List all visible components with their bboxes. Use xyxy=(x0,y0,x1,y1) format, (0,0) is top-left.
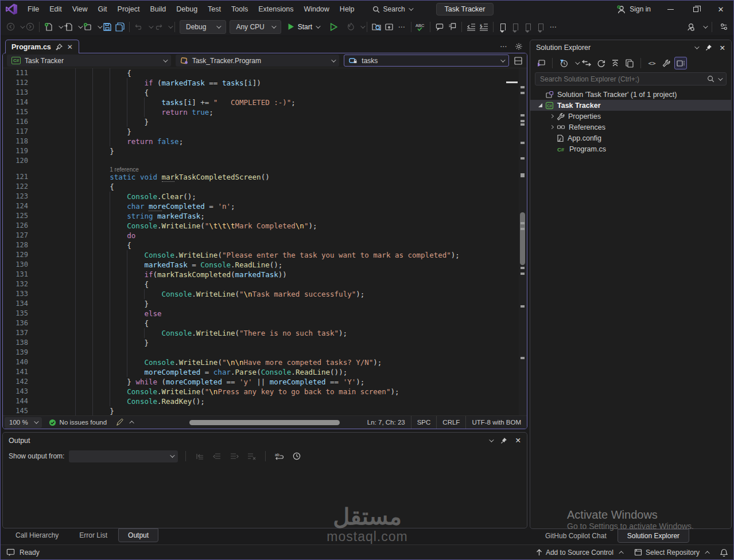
code-line[interactable]: 139 xyxy=(3,348,527,357)
code-line[interactable]: 129 Console.WriteLine("Please enter the … xyxy=(3,250,527,260)
sign-in-button[interactable]: Sign in xyxy=(610,5,658,14)
menu-file[interactable]: File xyxy=(22,1,44,18)
code-line[interactable]: 143 Console.WriteLine("\nPress any key t… xyxy=(3,387,527,396)
spell-check-button[interactable]: ABC xyxy=(414,20,427,34)
code-line[interactable]: 111 { xyxy=(3,68,527,78)
hot-reload-dropdown[interactable] xyxy=(360,24,365,28)
code-line[interactable]: 123 Console.Clear(); xyxy=(3,192,527,201)
tree-item-task-tracker[interactable]: C#Task Tracker xyxy=(530,100,731,111)
code-line[interactable]: 142 } while (moreCompleted == 'y' || mor… xyxy=(3,377,527,387)
increase-indent-button[interactable]: 2 xyxy=(477,20,490,34)
uncomment-button[interactable] xyxy=(446,20,459,34)
save-button[interactable] xyxy=(101,20,114,34)
hot-reload-button[interactable] xyxy=(344,20,357,34)
previous-bookmark-button[interactable] xyxy=(509,20,522,34)
feedback-message-icon[interactable] xyxy=(6,549,15,557)
code-line[interactable]: 141 moreCompleted = char.Parse(Console.R… xyxy=(3,367,527,377)
code-line[interactable]: 126 Console.WriteLine("\t\t\tMark Comple… xyxy=(3,221,527,231)
pin-icon[interactable] xyxy=(705,44,712,51)
horizontal-scrollbar-thumb[interactable] xyxy=(189,420,340,425)
type-dropdown[interactable]: Task_Tracker.Program xyxy=(176,55,340,67)
vertical-scrollbar[interactable] xyxy=(519,68,527,415)
code-line[interactable]: 112 if (markedTask == tasks[i]) xyxy=(3,78,527,88)
menu-extensions[interactable]: Extensions xyxy=(253,1,298,18)
sync-with-active-document-button[interactable] xyxy=(580,57,593,69)
close-button[interactable]: ✕ xyxy=(708,1,733,18)
pending-changes-filter-button[interactable] xyxy=(557,57,570,69)
code-line[interactable]: 125 string markedTask; xyxy=(3,211,527,221)
line-ending-mode[interactable]: CRLF xyxy=(436,416,465,429)
restore-button[interactable] xyxy=(683,1,708,18)
undo-button[interactable] xyxy=(133,20,145,34)
tree-item-program-cs[interactable]: C#Program.cs xyxy=(530,143,731,154)
pin-icon[interactable] xyxy=(500,437,507,444)
expander-collapsed-icon[interactable] xyxy=(549,114,553,118)
tab-solution-explorer[interactable]: Solution Explorer xyxy=(618,529,689,543)
code-line[interactable]: 145 } xyxy=(3,406,527,415)
redo-dropdown[interactable] xyxy=(168,24,173,28)
member-dropdown[interactable]: tasks xyxy=(344,55,509,67)
split-window-icon[interactable] xyxy=(514,56,523,65)
collapse-all-button[interactable] xyxy=(609,57,622,69)
menu-build[interactable]: Build xyxy=(145,1,171,18)
pin-icon[interactable] xyxy=(56,44,63,50)
next-message-button[interactable] xyxy=(228,449,240,463)
code-cleanup-pen-icon[interactable] xyxy=(116,418,124,426)
switch-views-button[interactable] xyxy=(535,57,547,69)
solution-explorer-search[interactable] xyxy=(535,72,727,85)
add-new-item-button[interactable] xyxy=(81,20,94,34)
attach-to-process-button[interactable] xyxy=(383,20,395,34)
code-line[interactable]: 115 return true; xyxy=(3,107,527,117)
new-project-button[interactable] xyxy=(42,20,55,34)
tree-item-solution-task-tracker-1-of-1-project[interactable]: Solution 'Task Tracker' (1 of 1 project) xyxy=(530,89,731,100)
code-editor[interactable]: 111 {112 if (markedTask == tasks[i])113 … xyxy=(3,68,527,415)
menu-edit[interactable]: Edit xyxy=(44,1,67,18)
code-line[interactable]: 140 Console.WriteLine("\n\nHave more com… xyxy=(3,357,527,367)
code-line[interactable]: 136 { xyxy=(3,318,527,328)
code-line[interactable]: 128 { xyxy=(3,240,527,250)
navigate-back-button[interactable] xyxy=(4,20,17,34)
indentation-mode[interactable]: SPC xyxy=(411,416,437,429)
properties-button[interactable] xyxy=(660,57,673,69)
code-line[interactable]: 131 if(markTaskCompleted(markedTask)) xyxy=(3,270,527,279)
clear-bookmarks-button[interactable] xyxy=(534,20,547,34)
code-line[interactable]: 113 { xyxy=(3,88,527,98)
solution-explorer-search-input[interactable] xyxy=(540,75,707,83)
find-in-files-button[interactable] xyxy=(370,20,383,34)
code-line[interactable]: 1 reference xyxy=(3,166,527,172)
menu-help[interactable]: Help xyxy=(335,1,360,18)
project-dropdown[interactable]: C# Task Tracker xyxy=(7,55,171,67)
select-repository-button[interactable]: Select Repository xyxy=(634,549,710,557)
notifications-bell-icon[interactable] xyxy=(720,549,728,557)
bookmark-overflow-button[interactable]: ⋯ xyxy=(547,20,560,34)
tab-error-list[interactable]: Error List xyxy=(69,528,117,542)
next-bookmark-button[interactable] xyxy=(522,20,534,34)
chevron-down-icon[interactable] xyxy=(718,76,723,80)
live-share-button[interactable] xyxy=(685,20,697,34)
decrease-indent-button[interactable] xyxy=(465,20,477,34)
close-tab-icon[interactable]: ✕ xyxy=(67,43,73,51)
solution-configuration-dropdown[interactable]: Debug xyxy=(180,20,226,34)
chevron-down-icon[interactable] xyxy=(489,437,494,442)
goto-first-message-button[interactable] xyxy=(193,449,206,463)
code-line[interactable]: 144 Console.ReadKey(); xyxy=(3,396,527,406)
menu-debug[interactable]: Debug xyxy=(171,1,203,18)
menu-view[interactable]: View xyxy=(67,1,93,18)
code-line[interactable]: 116 } xyxy=(3,117,527,127)
open-file-button[interactable] xyxy=(62,20,75,34)
tree-item-properties[interactable]: Properties xyxy=(530,111,731,122)
menu-git[interactable]: Git xyxy=(93,1,112,18)
zoom-dropdown[interactable]: 100 % xyxy=(5,417,42,428)
code-line[interactable]: 135 else xyxy=(3,309,527,318)
refresh-button[interactable] xyxy=(595,57,607,69)
close-panel-icon[interactable]: ✕ xyxy=(515,436,521,445)
start-without-debugging-button[interactable] xyxy=(327,20,340,34)
code-line[interactable]: 127 do xyxy=(3,231,527,240)
expander-expanded-icon[interactable] xyxy=(538,103,542,107)
code-line[interactable]: 137 Console.WriteLine("There is no such … xyxy=(3,328,527,338)
code-line[interactable]: 121 static void markTaskCompletedScreen(… xyxy=(3,172,527,182)
toggle-comment-button[interactable] xyxy=(433,20,446,34)
previous-message-button[interactable] xyxy=(211,449,223,463)
word-wrap-button[interactable]: ab xyxy=(273,449,286,463)
solution-platform-dropdown[interactable]: Any CPU xyxy=(230,20,281,34)
